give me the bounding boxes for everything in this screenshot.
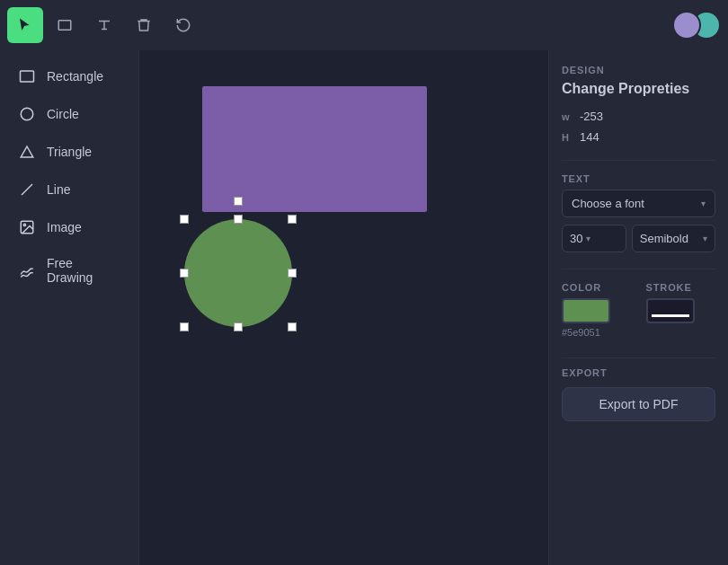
handle-bc[interactable]: [234, 322, 243, 331]
handle-ml[interactable]: [180, 269, 189, 278]
menu-item-free-drawing-label: Free Drawing: [47, 256, 120, 285]
divider-3: [562, 358, 715, 358]
menu-item-rectangle[interactable]: Rectangle: [0, 57, 138, 95]
circle-icon: [18, 105, 36, 123]
menu-item-line-label: Line: [47, 182, 70, 197]
handle-tc[interactable]: [234, 215, 243, 224]
change-properties-title: Change Propreties: [562, 81, 715, 97]
color-label: COLOR: [562, 282, 632, 293]
menu-item-image[interactable]: Image: [0, 208, 138, 246]
free-drawing-icon: [18, 261, 36, 279]
rectangle-tool-button[interactable]: [47, 7, 83, 43]
stroke-label: STROKE: [646, 282, 716, 293]
stroke-block: STROKE: [646, 282, 716, 338]
image-icon: [18, 218, 36, 236]
handle-bl[interactable]: [180, 322, 189, 331]
rotate-tool-button[interactable]: [165, 7, 201, 43]
export-section-title: EXPORT: [562, 367, 715, 378]
width-row: w -253: [562, 110, 715, 123]
right-panel: DESIGN Change Propreties w -253 H 144 TE…: [548, 50, 728, 565]
font-size-value: 30: [570, 232, 582, 245]
height-row: H 144: [562, 130, 715, 144]
menu-item-line[interactable]: Line: [0, 171, 138, 208]
h-label: H: [562, 132, 573, 143]
text-section: TEXT Choose a font ▾ 30 ▾ Semibold ▾: [562, 173, 715, 260]
font-weight-chevron-icon: ▾: [703, 234, 707, 243]
w-label: w: [562, 111, 573, 122]
menu-item-triangle-label: Triangle: [47, 145, 92, 159]
text-tool-button[interactable]: [86, 7, 122, 43]
export-pdf-button[interactable]: Export to PDF: [562, 387, 715, 421]
line-icon: [18, 181, 36, 199]
divider-2: [562, 269, 715, 269]
main-area: Rectangle Circle Triangle: [0, 50, 728, 565]
svg-point-2: [21, 108, 33, 120]
font-size-select[interactable]: 30 ▾: [562, 225, 626, 252]
stroke-swatch[interactable]: [646, 298, 695, 323]
handle-mr[interactable]: [288, 269, 297, 278]
h-value: 144: [580, 130, 599, 144]
design-section-title: DESIGN: [562, 65, 715, 75]
divider-1: [562, 160, 715, 161]
handle-br[interactable]: [288, 322, 297, 331]
text-section-title: TEXT: [562, 173, 715, 184]
handle-tl[interactable]: [180, 215, 189, 224]
font-weight-value: Semibold: [640, 232, 688, 245]
font-select-dropdown[interactable]: Choose a font ▾: [562, 190, 715, 217]
canvas-content: [157, 68, 530, 547]
avatar-group: [672, 11, 721, 40]
menu-item-rectangle-label: Rectangle: [47, 69, 103, 84]
font-size-chevron-icon: ▾: [586, 234, 590, 243]
menu-item-circle[interactable]: Circle: [0, 95, 138, 133]
font-weight-select[interactable]: Semibold ▾: [632, 225, 715, 252]
color-stroke-row: COLOR #5e9051 STROKE: [562, 282, 715, 338]
cursor-tool-button[interactable]: [7, 7, 43, 43]
menu-item-triangle[interactable]: Triangle: [0, 133, 138, 171]
w-value: -253: [580, 110, 603, 123]
handle-tr[interactable]: [288, 215, 297, 224]
rectangle-icon: [18, 67, 36, 85]
svg-rect-0: [58, 21, 71, 31]
handle-top-connect[interactable]: [234, 197, 243, 206]
triangle-icon: [18, 143, 36, 161]
color-swatch[interactable]: [562, 298, 610, 323]
menu-item-free-drawing[interactable]: Free Drawing: [0, 246, 138, 295]
toolbar: [0, 0, 728, 50]
menu-item-circle-label: Circle: [47, 107, 79, 121]
shape-menu: Rectangle Circle Triangle: [0, 50, 139, 565]
circle-shape-container[interactable]: [184, 219, 292, 327]
chevron-down-icon: ▾: [701, 199, 706, 208]
color-hex-value: #5e9051: [562, 327, 632, 338]
canvas-area[interactable]: [139, 50, 548, 565]
svg-line-3: [22, 184, 32, 195]
delete-tool-button[interactable]: [126, 7, 162, 43]
circle-shape[interactable]: [184, 219, 292, 327]
font-select-label: Choose a font: [572, 197, 644, 210]
avatar-user1: [672, 11, 701, 40]
svg-point-5: [23, 224, 25, 225]
color-block: COLOR #5e9051: [562, 282, 632, 338]
menu-item-image-label: Image: [47, 220, 82, 234]
svg-rect-1: [21, 71, 34, 82]
rectangle-shape[interactable]: [202, 86, 427, 212]
font-sub-row: 30 ▾ Semibold ▾: [562, 225, 715, 252]
